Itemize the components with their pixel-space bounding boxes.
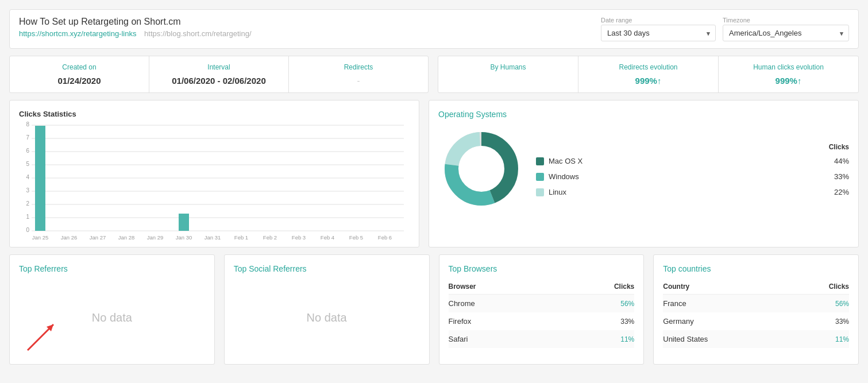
stat-value: 999%↑ [588, 76, 709, 86]
country-name: United States [663, 330, 791, 348]
page-title: How To Set up Retargeting on Short.cm [19, 17, 252, 27]
svg-rect-18 [35, 126, 45, 231]
legend-pct-mac: 44% [834, 157, 849, 165]
timezone-group: Timezone America/Los_Angeles ▼ [723, 17, 849, 41]
timezone-select[interactable]: America/Los_Angeles [723, 25, 849, 41]
arrow-indicator [19, 319, 65, 355]
svg-rect-19 [179, 214, 189, 231]
legend-item-mac: Mac OS X 44% [536, 157, 849, 165]
browser-row-safari: Safari 11% [449, 330, 635, 348]
date-range-group: Date range Last 30 days ▼ [601, 17, 716, 41]
country-col-header: Country [663, 279, 791, 295]
stat-label: Redirects evolution [588, 63, 709, 71]
top-countries-card: Top countries Country Clicks France 56% … [653, 254, 859, 365]
country-row-germany: Germany 33% [663, 312, 849, 330]
legend-pct-windows: 33% [834, 172, 849, 181]
browser-pct: 56% [555, 295, 634, 313]
top-social-card: Top Social Referrers No data [224, 254, 430, 365]
stat-label: By Humans [447, 63, 569, 71]
svg-text:Jan 26: Jan 26 [61, 234, 78, 241]
stat-interval: Interval 01/06/2020 - 02/06/2020 [149, 56, 289, 92]
stat-value: 01/24/2020 [19, 76, 140, 86]
legend-color-windows [536, 173, 544, 181]
country-name: Germany [663, 312, 791, 330]
countries-table: Country Clicks France 56% Germany 33% Un… [663, 279, 849, 348]
country-pct: 11% [791, 330, 849, 348]
svg-text:Feb 1: Feb 1 [234, 234, 248, 241]
stat-value: - [298, 76, 419, 86]
os-legend: Clicks Mac OS X 44% Windows 33% Lin [536, 143, 849, 196]
stat-by-humans: By Humans [438, 56, 578, 92]
controls-row: Date range Last 30 days ▼ Timezone Ameri… [601, 17, 849, 41]
svg-text:4: 4 [26, 174, 29, 180]
svg-text:8: 8 [26, 121, 29, 127]
country-row-france: France 56% [663, 295, 849, 313]
chart-area: 0 1 2 3 4 5 6 7 8 [19, 123, 410, 238]
legend-color-mac [536, 157, 544, 165]
browser-row-firefox: Firefox 33% [449, 312, 635, 330]
chart-title: Clicks Statistics [19, 110, 410, 118]
svg-text:6: 6 [26, 148, 29, 154]
legend-header: Clicks [536, 143, 849, 151]
svg-text:7: 7 [26, 134, 29, 141]
svg-text:Jan 29: Jan 29 [147, 234, 164, 241]
svg-text:Jan 27: Jan 27 [90, 234, 106, 241]
url-gray: https://blog.short.cm/retargeting/ [144, 29, 251, 38]
country-row-us: United States 11% [663, 330, 849, 348]
top-browsers-title: Top Browsers [449, 264, 635, 273]
country-name: France [663, 295, 791, 313]
date-range-select[interactable]: Last 30 days [601, 25, 716, 41]
svg-text:Jan 28: Jan 28 [118, 234, 135, 241]
svg-text:5: 5 [26, 161, 29, 167]
svg-point-37 [460, 147, 503, 191]
svg-text:Jan 31: Jan 31 [205, 234, 221, 241]
date-range-label: Date range [601, 17, 716, 24]
clicks-col-header: Clicks [555, 279, 634, 295]
svg-text:Jan 25: Jan 25 [32, 234, 49, 241]
top-countries-title: Top countries [663, 264, 849, 273]
os-card: Operating Systems [429, 100, 859, 247]
legend-pct-linux: 22% [834, 188, 849, 196]
timezone-label: Timezone [723, 17, 849, 24]
stat-label: Created on [19, 63, 140, 71]
svg-text:3: 3 [26, 187, 29, 194]
top-social-title: Top Social Referrers [234, 264, 420, 273]
browsers-table: Browser Clicks Chrome 56% Firefox 33% Sa… [449, 279, 635, 348]
svg-text:Feb 4: Feb 4 [321, 234, 334, 241]
legend-name-mac: Mac OS X [549, 157, 834, 165]
country-pct: 33% [791, 312, 849, 330]
stat-label: Redirects [298, 63, 419, 71]
legend-item-windows: Windows 33% [536, 172, 849, 181]
chart-card: Clicks Statistics 0 1 2 3 4 5 6 7 8 [9, 100, 419, 247]
top-referrers-card: Top Referrers No data [9, 254, 215, 365]
browser-col-header: Browser [449, 279, 555, 295]
url-green[interactable]: https://shortcm.xyz/retargeting-links [19, 29, 136, 38]
clicks-col-header: Clicks [791, 279, 849, 295]
stat-value: 01/06/2020 - 02/06/2020 [159, 76, 279, 86]
top-browsers-card: Top Browsers Browser Clicks Chrome 56% F… [439, 254, 645, 365]
legend-name-windows: Windows [549, 172, 834, 181]
chart-svg: 0 1 2 3 4 5 6 7 8 [19, 123, 410, 238]
os-title: Operating Systems [438, 110, 849, 119]
header-left: How To Set up Retargeting on Short.cm ht… [19, 17, 252, 38]
svg-text:1: 1 [26, 214, 29, 220]
browser-name: Firefox [449, 312, 555, 330]
stat-value: 999%↑ [728, 76, 849, 86]
svg-text:0: 0 [26, 227, 29, 233]
stat-label: Human clicks evolution [728, 63, 849, 71]
legend-item-linux: Linux 22% [536, 188, 849, 196]
top-referrers-title: Top Referrers [19, 264, 205, 273]
svg-text:Feb 6: Feb 6 [378, 234, 392, 241]
donut-chart [438, 126, 524, 214]
browser-pct: 33% [555, 312, 634, 330]
svg-text:2: 2 [26, 200, 29, 207]
legend-color-linux [536, 188, 544, 196]
browser-name: Chrome [449, 295, 555, 313]
legend-name-linux: Linux [549, 188, 834, 196]
browser-name: Safari [449, 330, 555, 348]
country-pct: 56% [791, 295, 849, 313]
svg-text:Feb 5: Feb 5 [349, 234, 363, 241]
svg-text:Feb 3: Feb 3 [292, 234, 306, 241]
stat-label: Interval [159, 63, 279, 71]
no-data-social: No data [307, 311, 347, 324]
